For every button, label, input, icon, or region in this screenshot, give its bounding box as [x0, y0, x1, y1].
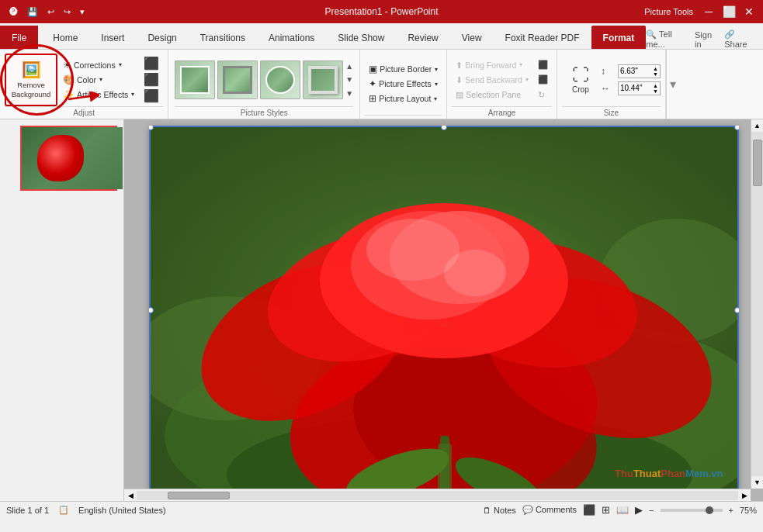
effects-dropdown[interactable]: ▾ — [435, 81, 438, 88]
tab-transitions[interactable]: Transitions — [189, 26, 257, 49]
minimize-button[interactable]: ─ — [701, 4, 716, 19]
ribbon-scroll-icon[interactable]: ▾ — [670, 77, 676, 92]
artistic-dropdown[interactable]: ▾ — [131, 91, 134, 98]
send-backward-dropdown: ▾ — [525, 76, 529, 83]
zoom-out-button[interactable]: − — [649, 506, 654, 515]
picture-layout-button[interactable]: ⊞ Picture Layout ▾ — [365, 92, 442, 105]
crop-button[interactable]: ⛶ Crop — [562, 56, 599, 104]
vertical-scrollbar[interactable]: ▲ ▼ — [751, 119, 763, 489]
style-thumb-3[interactable] — [260, 60, 300, 99]
arrange-col2: ⬛ ⬛ ↻ — [534, 58, 552, 102]
powerpoint-icon[interactable]: 🅟 — [6, 5, 21, 18]
tab-insert[interactable]: Insert — [89, 26, 136, 49]
style-scroll-down[interactable]: ▼ — [345, 75, 353, 84]
style-more[interactable]: ▼ — [345, 89, 353, 98]
h-scroll-track[interactable] — [137, 491, 738, 500]
scroll-track[interactable] — [751, 132, 763, 476]
slideshow-button[interactable]: ▶ — [635, 504, 643, 516]
close-button[interactable]: ✕ — [741, 4, 757, 19]
remove-background-button[interactable]: 🖼️ RemoveBackground — [5, 54, 57, 106]
width-spinbox[interactable]: ▲ ▼ — [653, 83, 658, 94]
zoom-in-button[interactable]: + — [729, 506, 734, 515]
h-scroll-thumb[interactable] — [168, 492, 230, 499]
tab-file[interactable]: File — [0, 26, 38, 49]
align-button[interactable]: ⬛ — [534, 58, 552, 72]
tab-animations[interactable]: Animations — [257, 26, 326, 49]
sign-in-button[interactable]: Sign in — [695, 30, 718, 49]
adjust-group: 🖼️ RemoveBackground ☀ Corrections ▾ 🎨 Co… — [0, 50, 168, 119]
size-inputs: ↕ 6.63" ▲ ▼ ↔ 10.44" ▲ — [601, 64, 661, 95]
scroll-up-button[interactable]: ▲ — [751, 119, 763, 132]
arrange-col1: ⬆ Bring Forward ▾ ⬇ Send Backward ▾ ▤ Se… — [452, 58, 532, 102]
language[interactable]: English (United States) — [78, 506, 166, 515]
undo-qat-button[interactable]: ↩ — [44, 5, 57, 19]
scroll-left-button[interactable]: ◀ — [124, 489, 137, 502]
rotate-button[interactable]: ↻ — [534, 88, 552, 102]
scroll-down-button[interactable]: ▼ — [751, 476, 763, 489]
share-button[interactable]: 🔗 Share — [724, 29, 757, 49]
layout-dropdown[interactable]: ▾ — [434, 95, 437, 102]
notes-button[interactable]: 🗒 Notes — [483, 506, 516, 515]
color-dropdown[interactable]: ▾ — [99, 76, 102, 83]
group-button[interactable]: ⬛ — [534, 73, 552, 87]
selection-pane-button[interactable]: ▤ Selection Pane — [452, 88, 532, 102]
picture-layout-group: ▣ Picture Border ▾ ✦ Picture Effects ▾ ⊞… — [360, 50, 447, 119]
style-thumb-2[interactable] — [217, 60, 258, 99]
redo-qat-button[interactable]: ↪ — [61, 5, 74, 19]
zoom-slider[interactable] — [661, 509, 723, 512]
width-down[interactable]: ▼ — [653, 88, 658, 94]
picture-border-button[interactable]: ▣ Picture Border ▾ — [365, 62, 442, 76]
rose-image[interactable]: ThuThuatPhanMem.vn — [149, 126, 739, 495]
width-input[interactable]: 10.44" ▲ ▼ — [618, 81, 661, 95]
tab-review[interactable]: Review — [396, 26, 449, 49]
height-down[interactable]: ▼ — [653, 71, 658, 77]
slide-sorter-button[interactable]: ⊞ — [602, 504, 610, 516]
change-picture-button[interactable]: ⬛ — [140, 72, 163, 88]
canvas-area: ThuThuatPhanMem.vn — [124, 119, 763, 501]
size-label: Size — [562, 106, 661, 119]
corrections-button[interactable]: ☀ Corrections ▾ — [59, 58, 138, 72]
customize-qat-button[interactable]: ▾ — [77, 5, 88, 19]
scroll-right-button[interactable]: ▶ — [738, 489, 751, 502]
slide-panel: 1 — [0, 119, 124, 501]
tab-foxit[interactable]: Foxit Reader PDF — [494, 26, 591, 49]
compress-button[interactable]: ⬛ — [140, 56, 163, 71]
adjust-col: ☀ Corrections ▾ 🎨 Color ▾ ✨ Artistic Eff… — [59, 58, 138, 102]
style-thumb-1[interactable] — [175, 60, 215, 99]
color-button[interactable]: 🎨 Color ▾ — [59, 73, 138, 87]
border-label: Picture Border — [380, 64, 432, 74]
style-scroll-up[interactable]: ▲ — [345, 62, 353, 71]
border-dropdown[interactable]: ▾ — [435, 66, 438, 73]
zoom-level[interactable]: 75% — [740, 506, 757, 515]
effects-icon: ✦ — [369, 78, 376, 89]
tab-view[interactable]: View — [450, 26, 494, 49]
artistic-effects-button[interactable]: ✨ Artistic Effects ▾ — [59, 88, 138, 102]
tab-home[interactable]: Home — [41, 26, 89, 49]
tab-format[interactable]: Format — [591, 26, 647, 49]
reset-picture-button[interactable]: ⬛ — [140, 88, 163, 104]
height-spinbox[interactable]: ▲ ▼ — [653, 66, 658, 77]
tell-me-input[interactable]: 🔍 Tell me... — [646, 29, 688, 49]
height-input[interactable]: 6.63" ▲ ▼ — [618, 64, 661, 78]
slide-thumbnail-1[interactable] — [20, 126, 117, 191]
horizontal-scrollbar[interactable]: ◀ ▶ — [124, 489, 751, 501]
reading-view-button[interactable]: 📖 — [616, 504, 629, 516]
spell-check-icon[interactable]: 📋 — [58, 505, 69, 515]
ribbon-scroll[interactable]: ▾ — [666, 50, 679, 119]
corrections-dropdown[interactable]: ▾ — [119, 61, 122, 68]
style-thumb-4[interactable] — [303, 60, 343, 99]
normal-view-button[interactable]: ⬛ — [583, 504, 595, 516]
corrections-icon: ☀ — [63, 60, 71, 71]
zoom-thumb[interactable] — [706, 506, 713, 514]
tab-design[interactable]: Design — [136, 26, 188, 49]
comments-button[interactable]: 💬 Comments — [522, 505, 577, 515]
height-up[interactable]: ▲ — [653, 66, 658, 71]
width-up[interactable]: ▲ — [653, 83, 658, 88]
save-qat-button[interactable]: 💾 — [24, 5, 41, 19]
size-group-content: ⛶ Crop ↕ 6.63" ▲ ▼ ↔ — [562, 53, 661, 106]
picture-effects-button[interactable]: ✦ Picture Effects ▾ — [365, 77, 442, 91]
scroll-thumb[interactable] — [753, 140, 762, 186]
slide-canvas[interactable]: ThuThuatPhanMem.vn — [149, 126, 739, 495]
restore-button[interactable]: ⬜ — [721, 4, 737, 19]
tab-slide-show[interactable]: Slide Show — [326, 26, 396, 49]
